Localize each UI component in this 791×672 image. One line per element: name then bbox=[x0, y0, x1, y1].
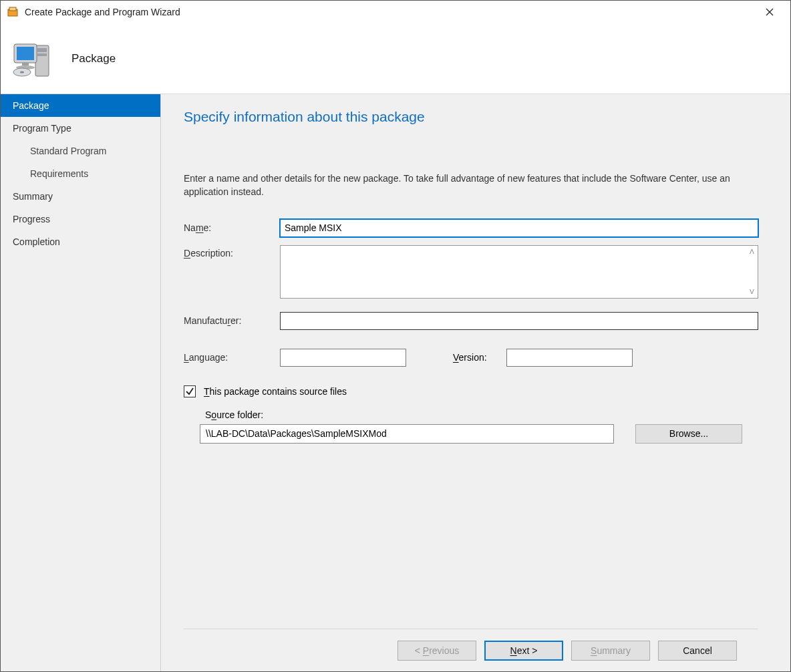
sidebar-item-package[interactable]: Package bbox=[1, 94, 160, 117]
sidebar-item-label: Summary bbox=[13, 191, 53, 202]
manufacturer-label: Manufacturer: bbox=[184, 315, 280, 326]
contains-source-label: This package contains source files bbox=[204, 386, 347, 397]
sidebar-item-requirements[interactable]: Requirements bbox=[1, 162, 160, 185]
package-icon bbox=[10, 39, 58, 79]
language-input[interactable] bbox=[280, 349, 406, 367]
browse-button[interactable]: Browse... bbox=[635, 424, 742, 444]
wizard-main-panel: Specify information about this package E… bbox=[161, 94, 790, 671]
description-input[interactable] bbox=[280, 245, 758, 299]
svg-rect-1 bbox=[9, 7, 16, 11]
source-folder-label: Source folder: bbox=[205, 409, 758, 420]
sidebar-item-summary[interactable]: Summary bbox=[1, 185, 160, 208]
close-button[interactable] bbox=[754, 2, 785, 22]
sidebar-item-label: Program Type bbox=[13, 123, 71, 134]
sidebar-item-label: Completion bbox=[13, 236, 60, 247]
page-instruction: Enter a name and other details for the n… bbox=[184, 172, 752, 199]
sidebar-item-label: Requirements bbox=[30, 168, 88, 179]
page-title: Specify information about this package bbox=[184, 109, 758, 125]
language-label: Language: bbox=[184, 352, 280, 363]
checkmark-icon bbox=[185, 387, 194, 396]
version-label: Version: bbox=[453, 352, 506, 363]
wizard-sidebar: Package Program Type Standard Program Re… bbox=[1, 94, 161, 671]
sidebar-item-progress[interactable]: Progress bbox=[1, 208, 160, 230]
svg-point-12 bbox=[20, 71, 24, 73]
source-folder-input[interactable] bbox=[200, 424, 614, 444]
previous-button: < Previous bbox=[398, 641, 476, 661]
sidebar-item-label: Progress bbox=[13, 214, 50, 224]
sidebar-item-label: Standard Program bbox=[30, 146, 106, 156]
cancel-button[interactable]: Cancel bbox=[658, 641, 737, 661]
next-button[interactable]: Next > bbox=[484, 641, 563, 661]
sidebar-item-standard-program[interactable]: Standard Program bbox=[1, 140, 160, 162]
sidebar-item-label: Package bbox=[13, 100, 49, 111]
description-label: Description: bbox=[184, 245, 280, 259]
version-input[interactable] bbox=[506, 349, 633, 367]
sidebar-item-program-type[interactable]: Program Type bbox=[1, 117, 160, 140]
summary-button: Summary bbox=[571, 641, 650, 661]
svg-rect-6 bbox=[37, 53, 47, 56]
contains-source-checkbox[interactable] bbox=[184, 385, 196, 397]
window-title: Create Package and Program Wizard bbox=[25, 7, 754, 17]
wizard-header: Package bbox=[1, 23, 790, 94]
svg-rect-9 bbox=[22, 63, 29, 65]
sidebar-item-completion[interactable]: Completion bbox=[1, 230, 160, 253]
wizard-footer: < Previous Next > Summary Cancel bbox=[184, 629, 758, 671]
svg-rect-8 bbox=[17, 47, 34, 60]
svg-rect-5 bbox=[37, 48, 47, 52]
wizard-step-title: Package bbox=[71, 52, 116, 65]
wizard-icon bbox=[7, 7, 18, 17]
name-label: Name: bbox=[184, 222, 280, 233]
titlebar: Create Package and Program Wizard bbox=[1, 1, 790, 23]
close-icon bbox=[766, 8, 774, 16]
manufacturer-input[interactable] bbox=[280, 312, 758, 330]
name-input[interactable] bbox=[280, 219, 758, 237]
